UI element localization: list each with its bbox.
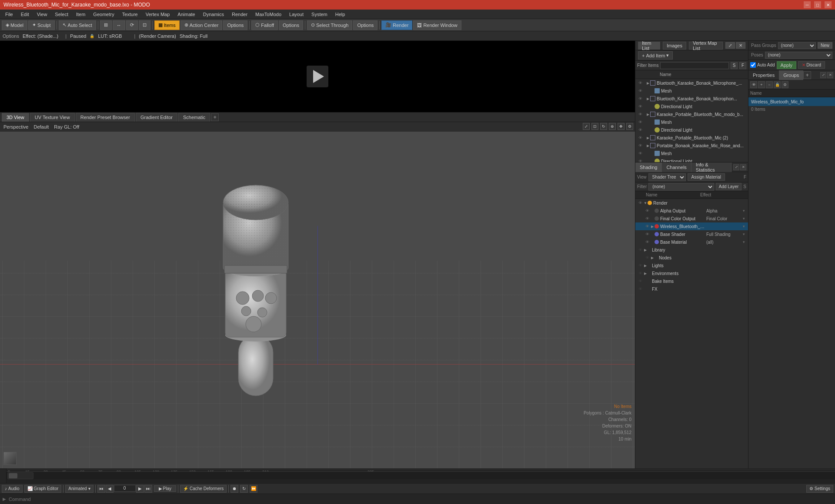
viewport-rotate-button[interactable]: ↻ (600, 123, 607, 130)
eye-icon[interactable]: 👁 (637, 278, 643, 284)
eye-icon[interactable]: 👁 (637, 119, 643, 125)
transform-button-4[interactable]: ⊡ (139, 20, 150, 30)
action-center-button[interactable]: ⊕ Action Center (180, 20, 223, 30)
menu-render[interactable]: Render (228, 11, 251, 18)
eye-icon[interactable]: 👁 (637, 80, 643, 86)
menu-maxtomodo[interactable]: MaxToModo (252, 11, 285, 18)
render-window-button[interactable]: 🖼 Render Window (413, 20, 461, 30)
tree-item[interactable]: 👁 ▶ Bluetooth_Karaoke_Bonaok_Microphon..… (635, 95, 748, 103)
shader-item-base-material[interactable]: 👁 Base Material (all) ▾ (635, 238, 748, 246)
add-item-button[interactable]: + Add Item ▾ (638, 51, 673, 60)
menu-vertex-map[interactable]: Vertex Map (142, 11, 174, 18)
tree-item[interactable]: 👁 ▶ Bluetooth_Karaoke_Bonaok_Microphone_… (635, 79, 748, 87)
graph-editor-button[interactable]: 📈 Graph Editor (24, 485, 62, 493)
record-button[interactable]: ⏺ (230, 485, 238, 493)
groups-add-button[interactable]: + (758, 81, 765, 88)
eye-icon[interactable]: 👁 (637, 150, 643, 156)
transform-button-2[interactable]: ↔ (113, 20, 125, 30)
shader-group-lights[interactable]: 👁 ▶ Lights (635, 262, 748, 269)
shader-item-alpha-output[interactable]: 👁 Alpha Output Alpha ▾ (635, 207, 748, 215)
select-through-button[interactable]: ⊙ Select Through (307, 20, 352, 30)
groups-close-button[interactable]: ✕ (827, 72, 833, 78)
groups-settings-button[interactable]: ⚙ (782, 81, 788, 88)
eye-icon[interactable]: 👁 (637, 200, 643, 206)
audio-button[interactable]: ♪ Audio (2, 485, 23, 493)
shader-filter-select[interactable]: (none) (648, 183, 714, 191)
prev-frame-button[interactable]: ◀ (106, 485, 114, 493)
tree-item[interactable]: 👁 ▶ Portable_Bonaok_Karaoke_Mic_Rose_and… (635, 142, 748, 149)
eye-icon[interactable]: 👁 (644, 208, 650, 214)
model-button[interactable]: ◈ Model (2, 20, 27, 30)
tree-item[interactable]: 👁 Directional Light (635, 103, 748, 110)
eye-icon[interactable]: 👁 (644, 223, 650, 229)
item-list-close-button[interactable]: ✕ (736, 42, 745, 49)
tree-item[interactable]: 👁 ▶ Karaoke_Portable_Bluetooth_Mic_modo_… (635, 110, 748, 118)
menu-geometry[interactable]: Geometry (90, 11, 117, 18)
tab-vertex-map-list[interactable]: Vertex Map List (689, 42, 723, 50)
eye-icon[interactable]: 👁 (644, 239, 650, 245)
filter-s-button[interactable]: S (731, 62, 738, 69)
items-scroll[interactable]: 👁 ▶ Bluetooth_Karaoke_Bonaok_Microphone_… (635, 79, 748, 162)
tab-properties[interactable]: Properties (748, 70, 779, 80)
menu-animate[interactable]: Animate (174, 11, 198, 18)
dropdown-icon[interactable]: ▾ (741, 224, 746, 229)
shader-group-environments[interactable]: 👁 ▶ Environments (635, 269, 748, 277)
menu-view[interactable]: View (33, 11, 51, 18)
menu-dynamics[interactable]: Dynamics (200, 11, 227, 18)
assign-material-button[interactable]: Assign Material (688, 173, 725, 181)
eye-icon[interactable]: 👁 (637, 135, 643, 141)
groups-delete-button[interactable]: − (766, 81, 773, 88)
dropdown-icon[interactable]: ▾ (741, 216, 746, 221)
minimize-button[interactable]: ─ (804, 1, 811, 8)
shader-item-final-color[interactable]: 👁 Final Color Output Final Color ▾ (635, 215, 748, 222)
groups-eye-button[interactable]: 👁 (750, 81, 757, 88)
groups-lock-button[interactable]: 🔒 (774, 81, 781, 88)
shader-item-nodes[interactable]: 👁 ▶ Nodes (635, 254, 748, 262)
close-button[interactable]: ✕ (825, 1, 832, 8)
expand-icon[interactable]: ▶ (650, 255, 655, 260)
maximize-button[interactable]: □ (814, 1, 821, 8)
filter-f-button[interactable]: F (739, 62, 746, 69)
eye-icon[interactable]: 👁 (644, 231, 650, 237)
menu-select[interactable]: Select (51, 11, 72, 18)
shader-item-base-shader[interactable]: 👁 Base Shader Full Shading ▾ (635, 230, 748, 238)
tab-shading[interactable]: Shading (635, 162, 662, 172)
eye-icon[interactable]: 👁 (637, 96, 643, 102)
options2-button[interactable]: Options (279, 20, 303, 30)
apply-button[interactable]: Apply (777, 61, 797, 69)
tree-item[interactable]: 👁 ▶ Karaoke_Portable_Bluetooth_Mic (2) (635, 134, 748, 142)
expand-icon[interactable]: ▶ (650, 224, 655, 229)
groups-list[interactable]: Wireless_Bluetooth_Mic_fo 0 Items (748, 97, 835, 468)
tab-item-list[interactable]: Item List (638, 42, 660, 50)
expand-icon[interactable]: ▶ (646, 112, 650, 116)
shader-item-wireless-material[interactable]: 👁 ▶ Wireless_Bluetooth_Mic_for ... ▾ (635, 222, 748, 230)
item-list-expand-button[interactable]: ⤢ (725, 42, 735, 49)
settings-button[interactable]: ⚙ Settings (806, 485, 833, 493)
sculpt-button[interactable]: ✦ Sculpt (28, 20, 55, 30)
filter-items-input[interactable] (660, 62, 729, 69)
options3-button[interactable]: Options (353, 20, 377, 30)
menu-file[interactable]: File (2, 11, 17, 18)
dropdown-icon[interactable]: ▾ (741, 208, 746, 213)
orientation-cube[interactable] (3, 452, 17, 465)
tab-info-statistics[interactable]: Info & Statistics (691, 162, 731, 172)
menu-edit[interactable]: Edit (17, 11, 33, 18)
viewport-expand-button[interactable]: ⤢ (583, 123, 590, 130)
dropdown-icon[interactable]: ▾ (741, 239, 746, 245)
next-keyframe-button[interactable]: ⏭ (144, 485, 152, 493)
tab-gradient-editor[interactable]: Gradient Editor (136, 113, 177, 122)
shader-item-render[interactable]: 👁 ▼ Render (635, 199, 748, 207)
shading-expand-button[interactable]: ⤢ (733, 164, 739, 170)
tab-3d-view[interactable]: 3D View (2, 113, 29, 122)
tree-item[interactable]: 👁 Mesh (635, 149, 748, 157)
eye-icon[interactable]: 👁 (637, 247, 643, 253)
eye-icon[interactable]: 👁 (637, 103, 643, 109)
poses-select[interactable]: (none) (765, 52, 832, 59)
play-button[interactable] (307, 66, 328, 87)
transform-button-1[interactable]: ⊞ (100, 20, 112, 30)
shader-group-library[interactable]: 👁 ▶ Library (635, 246, 748, 254)
expand-icon[interactable]: ▼ (643, 201, 648, 205)
menu-system[interactable]: System (308, 11, 331, 18)
tree-item[interactable]: 👁 Directional Light (635, 157, 748, 162)
items-button[interactable]: ▦ Items (154, 20, 180, 30)
